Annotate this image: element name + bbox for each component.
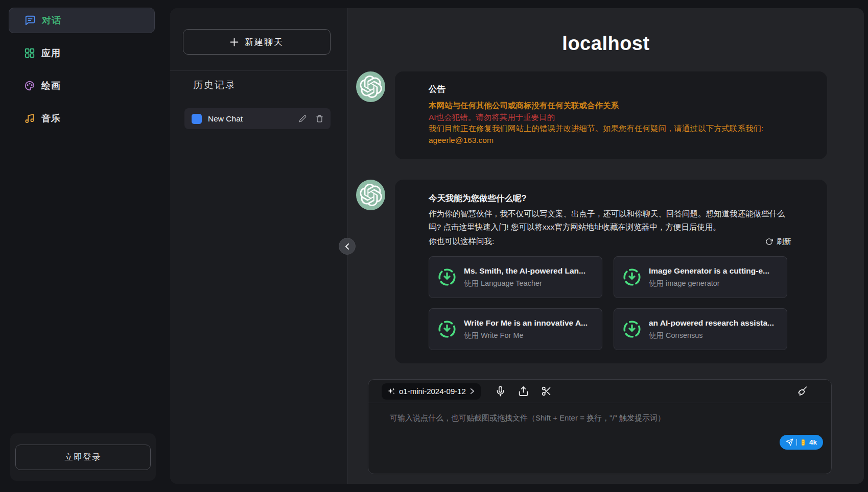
announcement-notice: 我们目前正在修复我们网站上的错误并改进细节。如果您有任何疑问，请通过以下方式联系…: [429, 123, 791, 135]
delete-trash-icon[interactable]: [316, 115, 323, 122]
suggestion-grid: Ms. Smith, the AI-powered Lan... 使用 Lang…: [429, 256, 791, 350]
upload-file-button[interactable]: [518, 386, 529, 397]
refresh-label: 刷新: [777, 237, 791, 247]
suggestion-title: Image Generator is a cutting-e...: [649, 266, 769, 276]
download-plugin-icon: [622, 319, 642, 339]
sidebar-item-label: 音乐: [41, 112, 61, 125]
token-count-badge: 4k: [809, 438, 817, 446]
plus-icon: [230, 38, 239, 46]
sidebar-item-apps[interactable]: 应用: [9, 40, 155, 66]
openai-logo-icon: [360, 76, 382, 98]
new-chat-label: 新建聊天: [245, 36, 284, 48]
assistant-avatar: [356, 71, 385, 102]
history-section-title: 历史记录: [193, 79, 236, 92]
message-input[interactable]: 可输入说点什么，也可贴截图或拖拽文件（Shift + Enter = 换行，"/…: [390, 413, 810, 423]
history-divider: [170, 70, 347, 71]
contact-email-link[interactable]: ageerle@163.com: [429, 135, 791, 146]
microphone-button[interactable]: [495, 386, 506, 397]
workspace: 新建聊天 历史记录 New Chat: [170, 8, 864, 484]
screenshot-scissors-button[interactable]: [541, 386, 552, 397]
composer-toolbar: o1-mini-2024-09-12: [368, 380, 831, 403]
refresh-suggestions-button[interactable]: 刷新: [765, 237, 791, 247]
new-chat-button[interactable]: 新建聊天: [183, 29, 331, 55]
announcement-heading: 公告: [429, 84, 791, 95]
login-button[interactable]: 立即登录: [15, 445, 151, 470]
announcement-disclaimer: 本网站与任何其他公司或商标没有任何关联或合作关系: [429, 100, 791, 112]
send-button[interactable]: 4k: [780, 435, 823, 450]
sparkle-icon: [387, 387, 395, 395]
model-selector[interactable]: o1-mini-2024-09-12: [382, 383, 481, 400]
suggestion-card[interactable]: Write For Me is an innovative A... 使用 Wr…: [429, 308, 602, 350]
suggestion-card[interactable]: Ms. Smith, the AI-powered Lan... 使用 Lang…: [429, 256, 602, 298]
login-card: 立即登录: [10, 433, 156, 481]
assistant-avatar: [356, 180, 385, 210]
ask-hint: 你也可以这样问我:: [429, 235, 494, 248]
suggestion-subtitle: 使用 Language Teacher: [464, 279, 585, 288]
sidebar-item-label: 应用: [41, 47, 61, 59]
sidebar-item-music[interactable]: 音乐: [9, 106, 155, 131]
sidebar: 对话 应用 绘画: [0, 0, 163, 492]
announcement-bubble: 公告 本网站与任何其他公司或商标没有任何关联或合作关系 AI也会犯错。请勿将其用…: [395, 71, 827, 159]
suggestion-subtitle: 使用 Consensus: [649, 331, 774, 340]
suggestion-title: Ms. Smith, the AI-powered Lan...: [464, 266, 585, 276]
suggestion-subtitle: 使用 Write For Me: [464, 331, 588, 340]
chat-area: localhost 公告 本网站与任何其他公司或商标没有任何关联或合作关系 AI…: [348, 8, 864, 484]
suggestion-card[interactable]: an AI-powered research assista... 使用 Con…: [614, 308, 787, 350]
suggestion-title: Write For Me is an innovative A...: [464, 318, 588, 328]
sidebar-item-chat[interactable]: 对话: [9, 8, 155, 33]
chevron-right-icon: [470, 388, 475, 395]
chat-bubble-icon: [25, 15, 36, 26]
download-plugin-icon: [622, 267, 642, 287]
send-separator: [796, 439, 797, 446]
welcome-body: 作为你的智慧伙伴，我不仅可以写文案、出点子，还可以和你聊天、回答问题。想知道我还…: [429, 207, 791, 234]
model-name: o1-mini-2024-09-12: [399, 387, 466, 396]
welcome-heading: 今天我能为您做些什么呢?: [429, 193, 791, 204]
chat-item-title: New Chat: [208, 114, 293, 124]
send-plane-icon: [786, 438, 793, 446]
composer: o1-mini-2024-09-12: [368, 379, 832, 474]
chat-item-avatar: [192, 114, 202, 124]
token-coin-icon: [800, 439, 806, 446]
music-note-icon: [24, 113, 35, 124]
history-chat-item[interactable]: New Chat: [184, 108, 331, 129]
suggestion-title: an AI-powered research assista...: [649, 318, 774, 328]
suggestion-subtitle: 使用 image generator: [649, 279, 769, 288]
palette-icon: [24, 80, 35, 91]
sidebar-item-label: 对话: [42, 14, 61, 27]
edit-pencil-icon[interactable]: [299, 115, 307, 122]
clear-context-broom-button[interactable]: [797, 386, 808, 397]
welcome-bubble: 今天我能为您做些什么呢? 作为你的智慧伙伴，我不仅可以写文案、出点子，还可以和你…: [395, 180, 827, 363]
chevron-left-icon: [344, 243, 350, 250]
openai-logo-icon: [360, 184, 382, 206]
page-title: localhost: [348, 33, 864, 55]
refresh-icon: [765, 238, 773, 245]
sidebar-item-label: 绘画: [41, 80, 61, 92]
announcement-warning: AI也会犯错。请勿将其用于重要目的: [429, 112, 791, 124]
download-plugin-icon: [437, 319, 457, 339]
apps-grid-icon: [24, 47, 35, 59]
download-plugin-icon: [437, 267, 457, 287]
suggestion-card[interactable]: Image Generator is a cutting-e... 使用 ima…: [614, 256, 787, 298]
sidebar-item-drawing[interactable]: 绘画: [9, 73, 155, 99]
history-panel: 新建聊天 历史记录 New Chat: [170, 8, 347, 484]
collapse-panel-button[interactable]: [339, 238, 356, 255]
